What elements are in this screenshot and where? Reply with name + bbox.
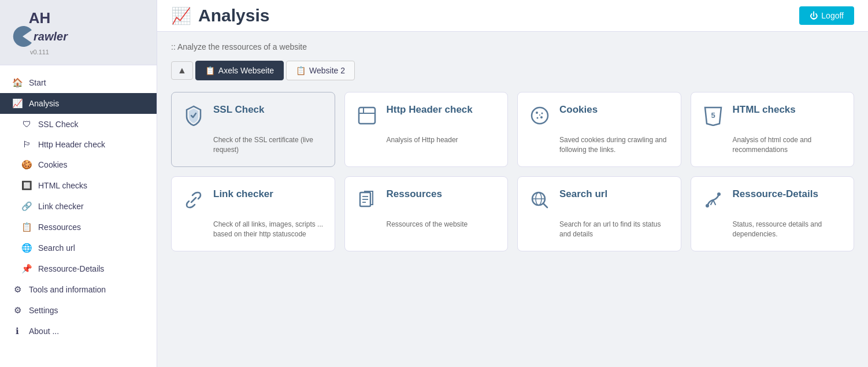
sidebar-item-http-header[interactable]: 🏳 Http Header check	[0, 134, 157, 154]
card-ressources[interactable]: Ressources Ressources of the website	[344, 176, 509, 251]
analysis-title-icon: 📈	[171, 6, 191, 25]
card-link-desc: Check of all links, images, scripts ... …	[182, 220, 324, 239]
main-content: 📈 Analysis ⏻ Logoff :: Analyze the resso…	[157, 0, 868, 367]
card-ressources-desc: Ressources of the website	[355, 220, 498, 229]
sidebar: AH rawler v0.111 🏠 Start 📈 Analysis 🛡 SS…	[0, 0, 157, 367]
card-html-header: 5 HTML checks	[702, 104, 844, 131]
card-html-checks[interactable]: 5 HTML checks Analysis of html code and …	[691, 92, 855, 167]
svg-line-11	[191, 198, 196, 202]
cookie-icon: 🍪	[21, 160, 32, 170]
card-html-desc: Analysis of html code and recommendation…	[702, 135, 844, 155]
page-title-area: 📈 Analysis	[171, 6, 269, 25]
sidebar-item-settings[interactable]: ⚙ Settings	[0, 300, 157, 321]
sidebar-item-search-url[interactable]: 🌐 Search url	[0, 238, 157, 258]
logo-name: rawler	[34, 30, 68, 43]
logoff-label: Logoff	[821, 11, 844, 20]
tab-icon-website2: 📋	[296, 66, 306, 75]
sidebar-item-start[interactable]: 🏠 Start	[0, 72, 157, 93]
sidebar-item-ssl-check[interactable]: 🛡 SSL Check	[0, 114, 157, 134]
card-html-title: HTML checks	[733, 104, 796, 116]
nav-list: 🏠 Start 📈 Analysis 🛡 SSL Check 🏳 Http He…	[0, 65, 157, 367]
page-title: Analysis	[198, 6, 269, 25]
sidebar-label-tools: Tools and information	[29, 285, 106, 294]
card-cookies[interactable]: Cookies Saved cookies during crawling an…	[517, 92, 681, 167]
tab-up-button[interactable]: ▲	[171, 61, 193, 80]
card-ressource-details[interactable]: Ressource-Details Status, ressource deta…	[691, 176, 855, 251]
tabs-row: ▲ 📋 Axels Webseite 📋 Website 2	[171, 61, 854, 80]
power-icon: ⏻	[810, 11, 818, 20]
card-link-checker[interactable]: Link checker Check of all links, images,…	[171, 176, 335, 251]
shield-icon: 🛡	[21, 119, 32, 129]
topbar: 📈 Analysis ⏻ Logoff	[157, 0, 868, 32]
card-ssl-desc: Check of the SSL certificate (live reque…	[182, 135, 324, 155]
settings-icon: ⚙	[12, 305, 23, 316]
card-link-header: Link checker	[182, 188, 324, 215]
resources-icon: 📋	[21, 222, 32, 232]
sidebar-item-html-checks[interactable]: 🔲 HTML checks	[0, 175, 157, 196]
sidebar-label-resources: Ressources	[38, 223, 81, 232]
logo-version: v0.111	[30, 49, 49, 55]
globe-icon: 🌐	[21, 243, 32, 253]
content-area: :: Analyze the ressources of a website ▲…	[157, 32, 868, 367]
card-http-header[interactable]: Http Header check Analysis of Http heade…	[344, 92, 509, 167]
sidebar-item-analysis[interactable]: 📈 Analysis	[0, 93, 157, 114]
svg-point-7	[540, 116, 543, 118]
svg-point-21	[717, 192, 721, 196]
svg-point-6	[537, 117, 539, 119]
sidebar-label-ressource-details: Ressource-Details	[38, 264, 104, 273]
logo-area: AH rawler v0.111	[0, 0, 157, 65]
tab-icon-axels: 📋	[205, 66, 215, 75]
svg-point-8	[539, 114, 540, 116]
svg-point-5	[541, 113, 543, 114]
ressource-details-icon	[702, 190, 725, 215]
ressources-icon	[355, 190, 379, 215]
card-cookies-header: Cookies	[528, 104, 670, 131]
sidebar-label-settings: Settings	[29, 306, 58, 315]
sidebar-label-analysis: Analysis	[29, 99, 59, 108]
sidebar-label-link: Link checker	[38, 202, 84, 211]
info-icon: ℹ	[12, 326, 23, 336]
sidebar-item-ressource-details[interactable]: 📌 Ressource-Details	[0, 258, 157, 279]
cookies-icon	[528, 105, 551, 131]
tab-axels-webseite[interactable]: 📋 Axels Webseite	[195, 61, 284, 80]
card-ressource-details-title: Ressource-Details	[733, 188, 818, 200]
card-ressources-header: Ressources	[355, 188, 498, 215]
logoff-button[interactable]: ⏻ Logoff	[799, 6, 854, 25]
logo-initials: AH	[29, 10, 51, 25]
ssl-check-icon	[182, 105, 205, 131]
card-http-desc: Analysis of Http header	[355, 135, 498, 145]
card-link-title: Link checker	[213, 188, 273, 200]
html-checks-icon: 5	[702, 105, 725, 131]
tab-label-website2: Website 2	[309, 66, 345, 75]
tab-website-2[interactable]: 📋 Website 2	[286, 61, 355, 80]
search-url-icon	[528, 190, 551, 215]
flag-icon: 🏳	[21, 139, 32, 149]
card-ssl-title: SSL Check	[213, 104, 265, 116]
card-ssl-header: SSL Check	[182, 104, 324, 131]
http-header-icon	[355, 105, 379, 131]
svg-line-19	[543, 203, 547, 207]
sidebar-item-tools[interactable]: ⚙ Tools and information	[0, 279, 157, 300]
sidebar-item-about[interactable]: ℹ About ...	[0, 321, 157, 342]
card-http-header-header: Http Header check	[355, 104, 498, 131]
card-cookies-desc: Saved cookies during crawling and follow…	[528, 135, 670, 155]
html-icon: 🔲	[21, 180, 32, 191]
sidebar-item-link-checker[interactable]: 🔗 Link checker	[0, 196, 157, 217]
card-ssl-check[interactable]: SSL Check Check of the SSL certificate (…	[171, 92, 335, 167]
card-ressource-details-desc: Status, ressource details and dependenci…	[702, 220, 844, 239]
card-cookies-title: Cookies	[559, 104, 598, 116]
sidebar-label-start: Start	[29, 78, 46, 87]
sidebar-item-cookies[interactable]: 🍪 Cookies	[0, 154, 157, 175]
card-search-url[interactable]: Search url Search for an url to find its…	[517, 176, 681, 251]
svg-point-4	[536, 112, 538, 114]
sidebar-item-ressources[interactable]: 📋 Ressources	[0, 217, 157, 238]
card-http-title: Http Header check	[387, 104, 473, 116]
card-ressource-details-header: Ressource-Details	[702, 188, 844, 215]
card-search-url-title: Search url	[559, 188, 607, 200]
sidebar-label-about: About ...	[29, 327, 59, 336]
sidebar-label-search-url: Search url	[38, 243, 75, 253]
link-checker-icon	[182, 190, 205, 215]
tab-label-axels: Axels Webseite	[218, 66, 274, 75]
link-icon: 🔗	[21, 201, 32, 212]
svg-rect-0	[359, 107, 375, 124]
